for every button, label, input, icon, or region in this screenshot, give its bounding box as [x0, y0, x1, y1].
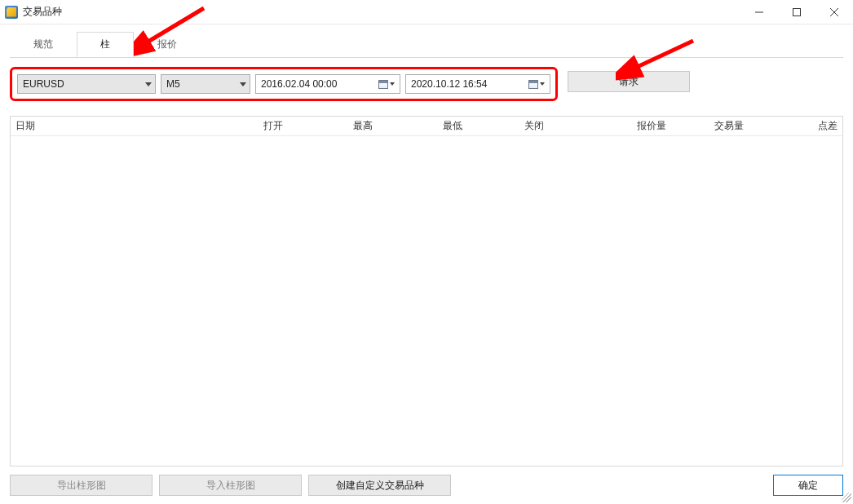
- col-open[interactable]: 打开: [206, 119, 288, 133]
- col-close[interactable]: 关闭: [467, 119, 549, 133]
- date-to-picker-button[interactable]: [527, 80, 546, 89]
- tab-bars[interactable]: 柱: [77, 32, 134, 57]
- resize-grip[interactable]: [842, 493, 851, 502]
- chevron-down-icon: [145, 82, 152, 86]
- date-to-value: 2020.10.12 16:54: [411, 78, 487, 90]
- col-date[interactable]: 日期: [11, 119, 206, 133]
- chevron-down-icon: [240, 82, 246, 86]
- col-spread[interactable]: 点差: [749, 119, 842, 133]
- date-from-input[interactable]: 2016.02.04 00:00: [255, 74, 400, 94]
- symbol-select[interactable]: EURUSD: [17, 74, 156, 94]
- date-from-value: 2016.02.04 00:00: [261, 78, 337, 90]
- tab-ticks[interactable]: 报价: [134, 32, 201, 57]
- import-bars-button[interactable]: 导入柱形图: [159, 475, 302, 496]
- export-bars-button[interactable]: 导出柱形图: [10, 475, 152, 496]
- col-tick-vol[interactable]: 报价量: [549, 119, 671, 133]
- chevron-down-icon: [540, 82, 545, 86]
- create-custom-symbol-button[interactable]: 创建自定义交易品种: [308, 475, 451, 496]
- table-header: 日期 打开 最高 最低 关闭 报价量 交易量 点差: [11, 117, 842, 136]
- window-title: 交易品种: [23, 5, 62, 19]
- symbol-select-value: EURUSD: [23, 78, 64, 90]
- ok-button[interactable]: 确定: [773, 475, 843, 496]
- timeframe-select-value: M5: [166, 78, 180, 90]
- tab-spec[interactable]: 规范: [10, 32, 77, 57]
- filter-panel: EURUSD M5 2016.02.04 00:00 2020.10.12 16…: [10, 67, 558, 101]
- calendar-icon: [528, 80, 538, 89]
- titlebar: 交易品种: [0, 0, 853, 24]
- maximize-button[interactable]: [778, 0, 815, 24]
- col-volume[interactable]: 交易量: [671, 119, 749, 133]
- date-from-picker-button[interactable]: [377, 80, 396, 89]
- minimize-button[interactable]: [740, 0, 778, 24]
- svg-rect-0: [793, 8, 801, 15]
- col-high[interactable]: 最高: [288, 119, 378, 133]
- calendar-icon: [378, 80, 388, 89]
- bars-table: 日期 打开 最高 最低 关闭 报价量 交易量 点差: [10, 116, 843, 466]
- app-icon: [5, 6, 18, 19]
- close-button[interactable]: [815, 0, 853, 24]
- timeframe-select[interactable]: M5: [161, 74, 250, 94]
- footer: 导出柱形图 导入柱形图 创建自定义交易品种 确定: [10, 466, 843, 496]
- chevron-down-icon: [390, 82, 395, 86]
- date-to-input[interactable]: 2020.10.12 16:54: [405, 74, 550, 94]
- tabstrip: 规范 柱 报价: [10, 32, 843, 58]
- col-low[interactable]: 最低: [378, 119, 467, 133]
- request-button[interactable]: 请求: [568, 71, 690, 92]
